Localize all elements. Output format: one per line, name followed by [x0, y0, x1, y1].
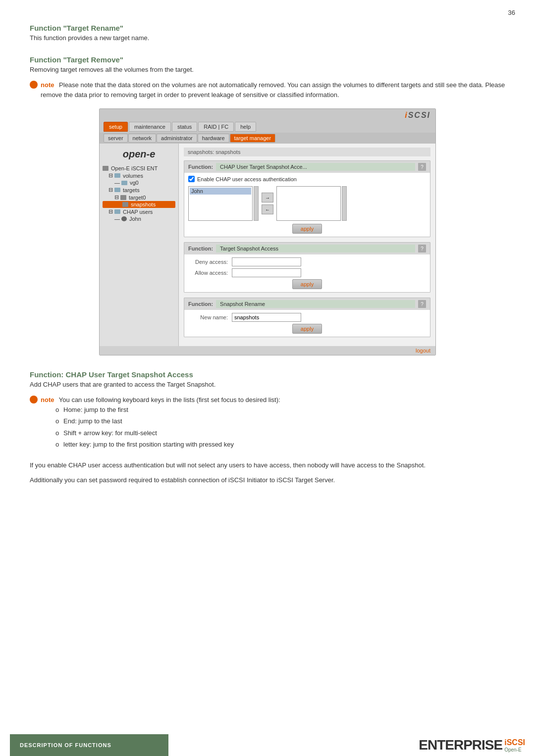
arrow-left-btn[interactable]: ←	[262, 204, 273, 214]
note-dot-1	[30, 81, 38, 89]
allow-input[interactable]	[232, 268, 301, 277]
deny-access-row: Deny access:	[188, 257, 426, 266]
tree-item-john[interactable]: — John	[103, 215, 175, 222]
help-button-1[interactable]: ?	[418, 163, 426, 171]
tree-label-opene: Open-E iSCSI ENT	[111, 165, 158, 171]
note-block-1: note Please note that the data stored on…	[30, 80, 505, 100]
tree-item-snapshots[interactable]: snapshots	[103, 201, 175, 208]
paragraph-1: If you enable CHAP user access authentic…	[30, 460, 505, 470]
tree-item-targets[interactable]: ⊟ targets	[103, 186, 175, 194]
deny-input[interactable]	[232, 257, 301, 266]
note-label-2: note	[41, 396, 54, 403]
subnav-network[interactable]: network	[128, 134, 157, 143]
subnav-hardware[interactable]: hardware	[198, 134, 229, 143]
note-label-1: note	[41, 81, 54, 89]
subnav-administrator[interactable]: administrator	[157, 134, 197, 143]
help-button-2[interactable]: ?	[418, 245, 426, 252]
iscsi-main: open-e Open-E iSCSI ENT ⊟ volumes — vg0 …	[100, 144, 435, 346]
subnav-server[interactable]: server	[104, 134, 128, 143]
section-desc-remove: Removing target removes all the volumes …	[30, 66, 505, 73]
iscsi-screenshot: iSCSI setup maintenance status RAID | FC…	[99, 108, 436, 355]
iscsi-nav: setup maintenance status RAID | FC help	[100, 121, 435, 133]
nav-tab-maintenance[interactable]: maintenance	[129, 122, 171, 132]
note-dot-2	[30, 396, 38, 403]
left-scrollbar[interactable]	[254, 186, 259, 221]
iscsi-i: i	[405, 111, 408, 119]
apply-row-1: apply	[188, 224, 426, 234]
apply-button-1[interactable]: apply	[292, 224, 322, 234]
iscsi-content: snapshots: snapshots Function: CHAP User…	[179, 144, 435, 346]
function-body-2: Deny access: Allow access: apply	[184, 254, 430, 292]
page-footer: DESCRIPTION OF FUNCTIONS ENTERPRISE iSCS…	[0, 734, 535, 756]
right-scrollbar[interactable]	[342, 186, 347, 221]
function-title-1: CHAP User Target Snapshot Acce...	[216, 163, 415, 171]
apply-row-3: apply	[188, 324, 426, 334]
function-title-3: Snapshot Rename	[216, 300, 415, 308]
iscsi-title: iSCSI	[405, 111, 430, 120]
paragraph-2: Additionally you can set password requir…	[30, 475, 505, 485]
subnav-target-manager[interactable]: target manager	[230, 134, 276, 143]
left-list-box[interactable]: John	[188, 186, 253, 221]
function-box-3: Function: Snapshot Rename ? New name: ap…	[184, 298, 430, 337]
tree-item-target0[interactable]: ⊟ target0	[103, 194, 175, 201]
footer-iscsi: iSCSI	[504, 738, 525, 747]
function-body-1: Enable CHAP user access authentication J…	[184, 173, 430, 237]
folder-icon-vg0	[121, 181, 127, 185]
chap-checkbox-label: Enable CHAP user access authentication	[197, 176, 297, 182]
function-header-2: Function: Target Snapshot Access ?	[184, 243, 430, 254]
arrow-right-btn[interactable]: →	[262, 193, 273, 202]
tree-label-vg0: vg0	[130, 180, 139, 186]
folder-icon-volumes	[114, 173, 120, 178]
function-body-3: New name: apply	[184, 310, 430, 337]
function-label-1: Function:	[188, 164, 213, 170]
sidebar-logo: open-e	[103, 149, 175, 160]
function-header-1: Function: CHAP User Target Snapshot Acce…	[184, 161, 430, 173]
allow-access-row: Allow access:	[188, 268, 426, 277]
page-number: 36	[508, 9, 515, 16]
new-name-label: New name:	[188, 314, 228, 320]
new-name-input[interactable]	[232, 313, 301, 322]
note-list-2: Home: jump to the first End: jump to the…	[41, 405, 280, 450]
section-desc-chap: Add CHAP users that are granted to acces…	[30, 381, 505, 388]
list-entry-john[interactable]: John	[190, 188, 251, 195]
note-text-1: Please note that the data stored on the …	[41, 81, 505, 99]
nav-tab-help[interactable]: help	[235, 122, 256, 132]
tree-item-vg0[interactable]: — vg0	[103, 179, 175, 186]
iscsi-header-row: iSCSI	[100, 109, 435, 121]
nav-tab-status[interactable]: status	[172, 122, 197, 132]
logout-link[interactable]: logout	[416, 348, 430, 353]
db-icon-snapshots	[122, 202, 128, 207]
tree-item-volumes[interactable]: ⊟ volumes	[103, 172, 175, 179]
tree-item-chap-users[interactable]: ⊟ CHAP users	[103, 208, 175, 215]
folder-icon-chap	[114, 209, 120, 214]
apply-button-2[interactable]: apply	[292, 279, 322, 289]
left-list-container: John	[188, 186, 259, 221]
nav-tab-raid[interactable]: RAID | FC	[198, 122, 234, 132]
footer-right: ENTERPRISE iSCSI Open-E	[419, 737, 525, 753]
function-box-2: Function: Target Snapshot Access ? Deny …	[184, 242, 430, 293]
tree-label-john: John	[129, 216, 141, 222]
tree-label-target0: target0	[129, 195, 146, 201]
function-label-2: Function:	[188, 246, 213, 252]
arrow-btns: → ←	[262, 193, 273, 214]
note-list-item-0: Home: jump to the first	[55, 405, 280, 415]
note-list-item-1: End: jump to the last	[55, 416, 280, 426]
section-heading-rename: Function "Target Rename"	[30, 24, 505, 32]
right-list-box[interactable]	[276, 186, 341, 221]
tree-label-volumes: volumes	[123, 173, 143, 179]
section-heading-remove: Function "Target Remove"	[30, 55, 505, 64]
user-icon-john	[121, 216, 127, 221]
chap-checkbox[interactable]	[188, 176, 195, 182]
nav-tab-setup[interactable]: setup	[104, 122, 128, 132]
footer-enterprise: ENTERPRISE	[419, 737, 502, 753]
function-header-3: Function: Snapshot Rename ?	[184, 298, 430, 310]
iscsi-subnav: server network administrator hardware ta…	[100, 133, 435, 144]
function-title-2: Target Snapshot Access	[216, 245, 415, 252]
apply-button-3[interactable]: apply	[292, 324, 322, 334]
checkbox-row-1: Enable CHAP user access authentication	[188, 176, 426, 182]
help-button-3[interactable]: ?	[418, 300, 426, 308]
footer-opene: Open-E	[504, 747, 521, 753]
note-list-item-2: Shift + arrow key: for multi-select	[55, 428, 280, 438]
section-heading-chap: Function: CHAP User Target Snapshot Acce…	[30, 370, 505, 379]
new-name-row: New name:	[188, 313, 426, 322]
